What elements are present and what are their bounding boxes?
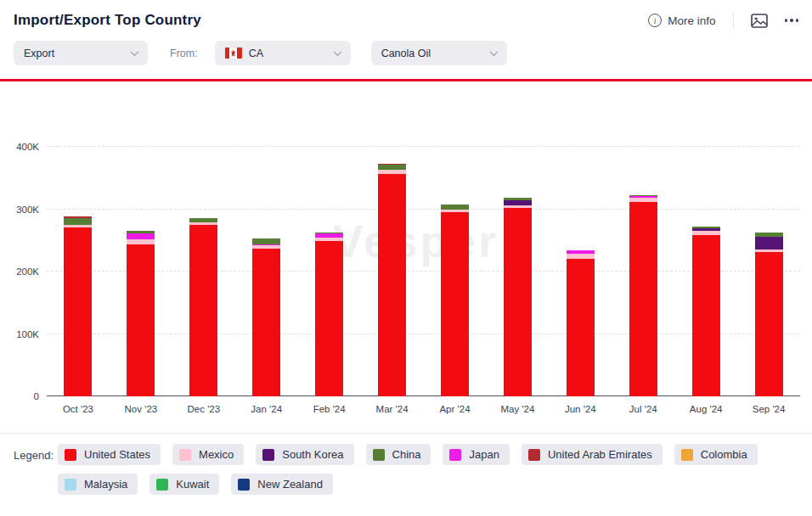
more-info-label: More info xyxy=(668,14,715,27)
bar-slot-mar-24 xyxy=(361,109,424,396)
legend-item-united-arab-emirates[interactable]: United Arab Emirates xyxy=(522,444,663,465)
legend-item-china[interactable]: China xyxy=(366,444,431,465)
bar-segment-united-states[interactable] xyxy=(127,244,155,396)
bar-segment-united-states[interactable] xyxy=(441,212,469,396)
bar-segment-united-states[interactable] xyxy=(252,249,280,396)
x-axis-tick-label: Feb '24 xyxy=(298,404,361,414)
bar-sep-24[interactable] xyxy=(755,233,783,396)
canada-flag-icon xyxy=(225,48,242,59)
bar-segment-china[interactable] xyxy=(252,238,280,244)
filter-bar: Export From: CA Canola Oil xyxy=(0,36,812,79)
bar-segment-mexico[interactable] xyxy=(127,239,155,245)
more-info-button[interactable]: i More info xyxy=(648,14,715,27)
vertical-divider xyxy=(733,12,734,29)
legend-item-label: New Zealand xyxy=(257,478,323,491)
x-axis-tick-label: Nov '23 xyxy=(110,404,172,414)
x-axis-labels: Oct '23Nov '23Dec '23Jan '24Feb '24Mar '… xyxy=(47,404,800,414)
legend-swatch-united-arab-emirates xyxy=(528,449,540,461)
chevron-down-icon xyxy=(131,48,139,56)
chevron-down-icon xyxy=(333,48,341,56)
legend-swatch-japan xyxy=(449,449,461,461)
legend-item-malaysia[interactable]: Malaysia xyxy=(58,474,138,495)
legend-label: Legend: xyxy=(14,444,58,495)
x-axis-tick-label: Apr '24 xyxy=(424,404,487,414)
bar-slot-jun-24 xyxy=(549,109,612,396)
bar-may-24[interactable] xyxy=(504,198,532,396)
bar-jan-24[interactable] xyxy=(252,238,280,396)
bar-segment-united-states[interactable] xyxy=(189,225,217,396)
bar-slot-jul-24 xyxy=(612,109,674,396)
export-image-button[interactable] xyxy=(751,14,768,28)
country-select-value: CA xyxy=(249,48,263,59)
bar-mar-24[interactable] xyxy=(378,164,406,396)
x-axis-tick-label: Jun '24 xyxy=(549,404,612,414)
image-icon xyxy=(751,14,768,28)
bar-segment-united-states[interactable] xyxy=(315,241,343,396)
bar-dec-23[interactable] xyxy=(189,218,217,396)
overflow-menu-button[interactable] xyxy=(785,19,799,22)
bar-segment-united-states[interactable] xyxy=(504,208,532,396)
legend-item-united-states[interactable]: United States xyxy=(58,444,161,465)
legend-item-label: Malaysia xyxy=(84,478,127,491)
country-select[interactable]: CA xyxy=(215,41,351,65)
info-circle-icon: i xyxy=(648,14,662,27)
legend-swatch-malaysia xyxy=(65,479,76,491)
legend-item-mexico[interactable]: Mexico xyxy=(172,444,244,465)
legend-swatch-south-korea xyxy=(262,449,274,461)
product-select-value: Canola Oil xyxy=(381,48,431,59)
legend-item-label: United States xyxy=(84,448,150,461)
x-axis-tick-label: Aug '24 xyxy=(674,404,737,414)
bar-segment-japan[interactable] xyxy=(127,233,155,239)
bar-segment-china[interactable] xyxy=(64,218,92,225)
legend-swatch-united-states xyxy=(65,449,76,461)
x-axis-tick-label: Dec '23 xyxy=(172,404,235,414)
accent-divider xyxy=(0,79,812,81)
bar-jul-24[interactable] xyxy=(629,195,657,396)
bar-slot-oct-23 xyxy=(47,109,110,396)
legend-swatch-mexico xyxy=(179,449,191,461)
bar-nov-23[interactable] xyxy=(127,231,155,396)
bar-segment-united-states[interactable] xyxy=(629,202,657,396)
y-axis-tick-label: 200K xyxy=(16,266,39,277)
legend-item-south-korea[interactable]: South Korea xyxy=(256,444,353,465)
legend-item-label: South Korea xyxy=(282,448,343,461)
x-axis-tick-label: Oct '23 xyxy=(47,404,110,414)
legend-item-colombia[interactable]: Colombia xyxy=(674,444,758,465)
bar-slot-aug-24 xyxy=(674,109,737,396)
legend-item-label: Mexico xyxy=(199,448,234,461)
legend-item-japan[interactable]: Japan xyxy=(443,444,509,465)
legend-item-label: Colombia xyxy=(701,448,747,461)
bar-segment-united-states[interactable] xyxy=(567,259,595,396)
bar-feb-24[interactable] xyxy=(315,233,343,396)
bar-slot-sep-24 xyxy=(737,109,800,396)
flow-select-value: Export xyxy=(24,48,54,59)
bar-segment-united-states[interactable] xyxy=(755,252,783,396)
legend-item-kuwait[interactable]: Kuwait xyxy=(149,474,219,495)
bar-slot-feb-24 xyxy=(298,109,361,396)
bar-apr-24[interactable] xyxy=(441,205,469,396)
chevron-down-icon xyxy=(489,48,498,56)
legend-item-new-zealand[interactable]: New Zealand xyxy=(231,474,333,495)
legend-item-label: Japan xyxy=(469,448,499,461)
bar-segment-south-korea[interactable] xyxy=(504,200,532,206)
x-axis-tick-label: Jul '24 xyxy=(612,404,674,414)
stacked-bar-chart: Vesper 0100K200K300K400K xyxy=(47,109,800,396)
legend-swatch-colombia xyxy=(681,449,693,461)
x-axis-tick-label: May '24 xyxy=(486,404,549,414)
bar-segment-united-states[interactable] xyxy=(692,235,720,396)
x-axis-tick-label: Jan '24 xyxy=(235,404,298,414)
page-title: Import/Export Top Country xyxy=(14,12,201,29)
legend: Legend: United StatesMexicoSouth KoreaCh… xyxy=(0,433,812,503)
product-select[interactable]: Canola Oil xyxy=(371,41,507,65)
bar-segment-south-korea[interactable] xyxy=(755,237,783,250)
bar-jun-24[interactable] xyxy=(567,250,595,396)
bar-segment-united-states[interactable] xyxy=(64,227,92,396)
chart-section: Vesper 0100K200K300K400K Oct '23Nov '23D… xyxy=(0,109,812,414)
bar-slot-dec-23 xyxy=(172,109,235,396)
flow-select[interactable]: Export xyxy=(14,41,148,65)
bar-segment-united-states[interactable] xyxy=(378,174,406,396)
bar-oct-23[interactable] xyxy=(64,216,92,396)
bar-aug-24[interactable] xyxy=(692,227,720,396)
y-axis-tick-label: 0 xyxy=(34,391,39,401)
from-label: From: xyxy=(170,48,198,59)
